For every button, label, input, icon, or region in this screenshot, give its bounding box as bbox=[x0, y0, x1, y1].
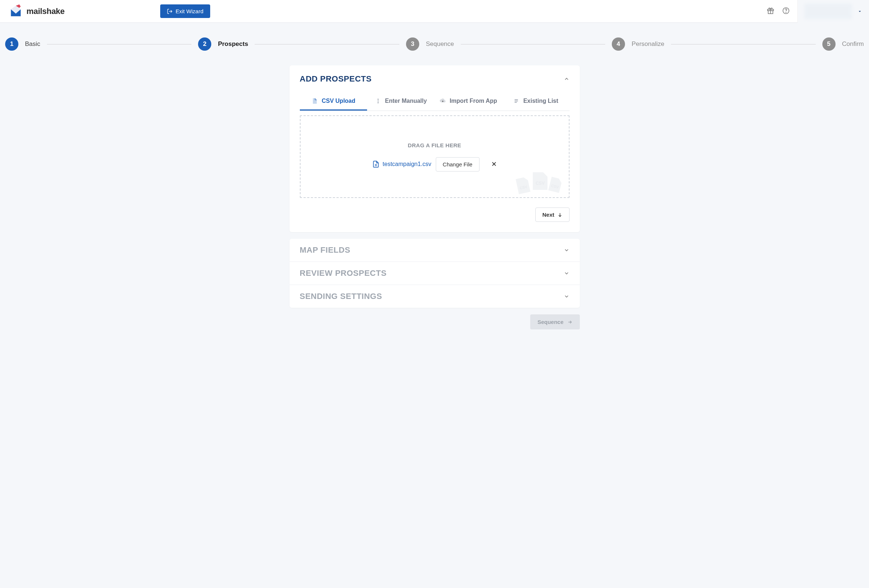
dropzone-hint: DRAG A FILE HERE bbox=[408, 142, 461, 148]
step-label: Confirm bbox=[842, 40, 864, 48]
app-header: mailshake Exit Wizard bbox=[0, 0, 869, 23]
uploaded-file-link[interactable]: testcampaign1.csv bbox=[372, 160, 432, 168]
prospect-source-tabs: CSV Upload Enter Manually Import From Ap… bbox=[300, 93, 569, 111]
next-button-row: Next bbox=[289, 205, 580, 232]
account-menu[interactable] bbox=[797, 0, 869, 23]
step-label: Basic bbox=[25, 40, 40, 48]
uploaded-filename: testcampaign1.csv bbox=[383, 161, 432, 167]
dropzone-container: DRAG A FILE HERE testcampaign1.csv Chang… bbox=[289, 111, 580, 205]
uploaded-file-row: testcampaign1.csv Change File ✕ bbox=[372, 157, 497, 172]
step-label: Sequence bbox=[426, 40, 454, 48]
step-confirm[interactable]: 5 Confirm bbox=[822, 37, 864, 51]
tab-csv-upload[interactable]: CSV Upload bbox=[300, 93, 368, 111]
panel-title: REVIEW PROSPECTS bbox=[300, 268, 387, 278]
chevron-down-icon bbox=[564, 270, 569, 276]
header-left: mailshake Exit Wizard bbox=[9, 4, 210, 18]
csv-file-icon bbox=[311, 98, 318, 104]
chevron-down-icon bbox=[564, 247, 569, 253]
step-label: Prospects bbox=[218, 40, 248, 48]
collapsed-panels: MAP FIELDS REVIEW PROSPECTS SENDING SETT… bbox=[289, 239, 580, 308]
cloud-download-icon bbox=[439, 98, 446, 104]
header-right bbox=[767, 5, 860, 18]
brand-name: mailshake bbox=[27, 7, 65, 16]
brand-logo[interactable]: mailshake bbox=[9, 4, 65, 18]
chevron-up-icon bbox=[564, 76, 569, 82]
step-prospects[interactable]: 2 Prospects bbox=[198, 37, 248, 51]
panel-title: SENDING SETTINGS bbox=[300, 292, 382, 301]
step-connector bbox=[671, 44, 816, 44]
panel-title: ADD PROSPECTS bbox=[300, 74, 372, 84]
step-connector bbox=[461, 44, 605, 44]
remove-file-button[interactable]: ✕ bbox=[491, 160, 497, 168]
step-number: 5 bbox=[822, 37, 836, 51]
text-cursor-icon bbox=[375, 98, 381, 104]
tab-import-from-app[interactable]: Import From App bbox=[434, 93, 502, 111]
change-file-button[interactable]: Change File bbox=[436, 157, 479, 172]
next-label: Next bbox=[542, 212, 555, 218]
panel-header-add-prospects[interactable]: ADD PROSPECTS bbox=[289, 65, 580, 87]
step-personalize[interactable]: 4 Personalize bbox=[612, 37, 664, 51]
sequence-button: Sequence bbox=[530, 314, 580, 329]
step-connector bbox=[255, 44, 399, 44]
sequence-label: Sequence bbox=[538, 319, 564, 325]
panel-sending-settings[interactable]: SENDING SETTINGS bbox=[289, 285, 580, 308]
svg-text:CSV: CSV bbox=[535, 181, 544, 186]
mailshake-logo-icon bbox=[9, 4, 23, 18]
step-number: 1 bbox=[5, 37, 18, 51]
step-basic[interactable]: 1 Basic bbox=[5, 37, 40, 51]
panel-map-fields[interactable]: MAP FIELDS bbox=[289, 239, 580, 262]
arrow-down-icon bbox=[558, 212, 562, 218]
panel-review-prospects[interactable]: REVIEW PROSPECTS bbox=[289, 262, 580, 285]
main-content: ADD PROSPECTS CSV Upload Enter Manually bbox=[289, 65, 580, 344]
wizard-stepper: 1 Basic 2 Prospects 3 Sequence 4 Persona… bbox=[0, 23, 869, 65]
file-icon bbox=[372, 160, 380, 168]
svg-point-5 bbox=[786, 12, 786, 12]
caret-down-icon bbox=[857, 9, 862, 14]
step-sequence[interactable]: 3 Sequence bbox=[406, 37, 454, 51]
tab-label: Import From App bbox=[450, 98, 497, 104]
exit-wizard-button[interactable]: Exit Wizard bbox=[160, 4, 210, 18]
step-number: 2 bbox=[198, 37, 211, 51]
exit-icon bbox=[167, 9, 173, 14]
tab-label: Enter Manually bbox=[385, 98, 427, 104]
step-connector bbox=[47, 44, 192, 44]
tab-label: Existing List bbox=[523, 98, 558, 104]
chevron-down-icon bbox=[564, 293, 569, 299]
arrow-right-icon bbox=[567, 320, 572, 325]
step-label: Personalize bbox=[632, 40, 664, 48]
footer-actions: Sequence bbox=[289, 314, 580, 329]
account-name-blurred bbox=[804, 4, 852, 19]
tab-existing-list[interactable]: Existing List bbox=[502, 93, 569, 111]
add-prospects-panel: ADD PROSPECTS CSV Upload Enter Manually bbox=[289, 65, 580, 232]
next-button[interactable]: Next bbox=[535, 207, 569, 222]
csv-decoration-icon: CSV CSV CSV bbox=[515, 169, 566, 196]
exit-wizard-label: Exit Wizard bbox=[176, 8, 203, 14]
panel-title: MAP FIELDS bbox=[300, 245, 350, 255]
help-icon[interactable] bbox=[782, 7, 790, 16]
step-number: 3 bbox=[406, 37, 419, 51]
step-number: 4 bbox=[612, 37, 625, 51]
file-dropzone[interactable]: DRAG A FILE HERE testcampaign1.csv Chang… bbox=[300, 116, 569, 198]
list-icon bbox=[513, 98, 519, 104]
gift-icon[interactable] bbox=[767, 7, 774, 16]
tab-enter-manually[interactable]: Enter Manually bbox=[367, 93, 434, 111]
tab-label: CSV Upload bbox=[322, 98, 355, 104]
